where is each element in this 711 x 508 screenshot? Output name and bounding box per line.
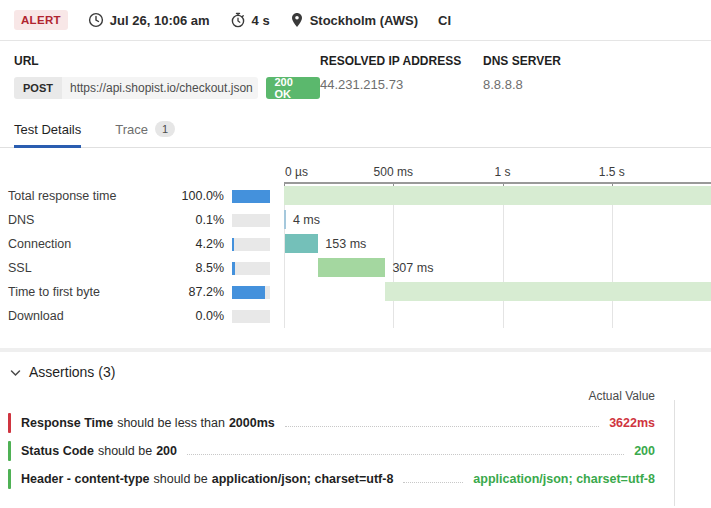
waterfall-row-download: [284, 304, 711, 328]
http-method-badge: POST: [14, 77, 62, 99]
assertion-actual-value: application/json; charset=utf-8: [473, 472, 655, 486]
dotted-leader: [187, 454, 624, 455]
assertion-status-bar: [8, 413, 11, 433]
run-location: Stockholm (AWS): [290, 12, 418, 28]
dns-server-column: DNS SERVER 8.8.8.8: [483, 54, 561, 99]
waterfall-bar-dns: [284, 210, 286, 229]
assertion-row-header-content-type: Header - content-type should be applicat…: [0, 465, 711, 493]
trace-count-badge: 1: [155, 121, 175, 137]
request-pill: POST https://api.shopist.io/checkout.jso…: [14, 77, 258, 99]
waterfall-row-total: [284, 184, 711, 208]
dotted-leader: [403, 482, 463, 483]
timing-row-ttfb: Time to first byte 87.2%: [8, 280, 284, 304]
request-info: URL POST https://api.shopist.io/checkout…: [0, 41, 711, 111]
assertion-actual-value: 200: [634, 444, 655, 458]
url-label: URL: [14, 54, 320, 68]
url-column: URL POST https://api.shopist.io/checkout…: [14, 54, 320, 99]
assertion-actual-value: 3622ms: [609, 416, 655, 430]
dns-server-label: DNS SERVER: [483, 54, 561, 68]
waterfall-row-dns: 4 ms: [284, 208, 711, 232]
waterfall-chart: 0 µs 500 ms 1 s 1.5 s 4 ms 153 ms: [284, 160, 711, 332]
assertion-row-status-code: Status Code should be 200 200: [0, 437, 711, 465]
percent-bar: [232, 190, 270, 203]
tab-trace[interactable]: Trace 1: [115, 113, 175, 147]
http-status-badge: 200 OK: [266, 77, 320, 99]
assertions-section: Assertions (3) Actual Value Response Tim…: [0, 348, 711, 496]
percent-bar: [232, 238, 270, 251]
resolved-ip-value: 44.231.215.73: [320, 77, 483, 92]
timing-row-ssl: SSL 8.5%: [8, 256, 284, 280]
axis-tick-label: 1.5 s: [599, 165, 625, 179]
percent-bar: [232, 214, 270, 227]
request-url: https://api.shopist.io/checkout.json: [62, 77, 258, 99]
axis-tick-label: 500 ms: [374, 165, 413, 179]
waterfall-row-ttfb: [284, 280, 711, 304]
resolved-ip-label: RESOLVED IP ADDRESS: [320, 54, 483, 68]
status-badge: ALERT: [14, 10, 68, 30]
result-tabs: Test Details Trace 1: [0, 113, 711, 148]
waterfall-legend: Total response time 100.0% DNS 0.1% Conn…: [0, 160, 284, 332]
timing-row-dns: DNS 0.1%: [8, 208, 284, 232]
axis-tick-label: 1 s: [495, 165, 511, 179]
resolved-ip-column: RESOLVED IP ADDRESS 44.231.215.73: [320, 54, 483, 99]
percent-bar: [232, 286, 270, 299]
dotted-leader: [285, 426, 599, 427]
timing-row-connection: Connection 4.2%: [8, 232, 284, 256]
tab-test-details[interactable]: Test Details: [14, 113, 81, 147]
waterfall-bar-connection: [285, 234, 318, 253]
assertions-title: Assertions (3): [29, 364, 115, 380]
timing-row-total: Total response time 100.0%: [8, 184, 284, 208]
waterfall-row-ssl: 307 ms: [284, 256, 711, 280]
percent-bar: [232, 262, 270, 275]
assertions-toggle[interactable]: Assertions (3): [0, 352, 711, 385]
time-axis: 0 µs 500 ms 1 s 1.5 s: [284, 160, 711, 182]
clock-icon: [88, 12, 104, 28]
dns-server-value: 8.8.8.8: [483, 77, 561, 92]
waterfall-row-connection: 153 ms: [284, 232, 711, 256]
axis-tick-label: 0 µs: [285, 165, 308, 179]
stopwatch-icon: [230, 12, 246, 28]
timing-row-download: Download 0.0%: [8, 304, 284, 328]
response-time-waterfall: Total response time 100.0% DNS 0.1% Conn…: [0, 148, 711, 332]
test-result-header: ALERT Jul 26, 10:06 am 4 s Stockholm (AW…: [0, 0, 711, 41]
run-duration: 4 s: [230, 12, 270, 28]
location-pin-icon: [290, 12, 304, 28]
ci-label: CI: [438, 13, 451, 28]
waterfall-bar-total: [284, 186, 711, 205]
run-timestamp: Jul 26, 10:06 am: [88, 12, 210, 28]
chevron-down-icon: [10, 363, 21, 381]
waterfall-bar-ttfb: [385, 282, 711, 301]
assertion-status-bar: [8, 469, 11, 489]
waterfall-bar-ssl: [318, 258, 385, 277]
waterfall-plot-area: 4 ms 153 ms 307 ms: [284, 182, 711, 330]
assertion-row-response-time: Response Time should be less than 2000ms…: [0, 409, 711, 437]
percent-bar: [232, 310, 270, 323]
actual-value-column-header: Actual Value: [0, 389, 711, 403]
assertion-status-bar: [8, 441, 11, 461]
